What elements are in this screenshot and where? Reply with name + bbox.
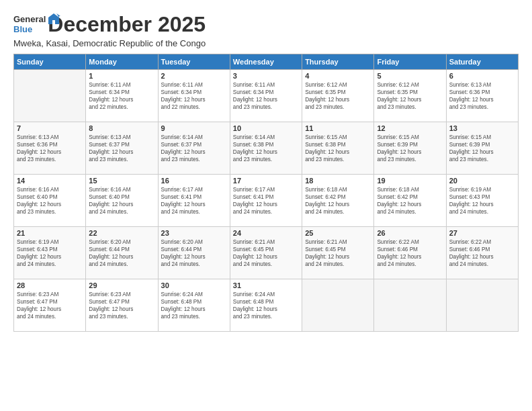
table-row: 15Sunrise: 6:16 AM Sunset: 6:40 PM Dayli… [86, 175, 158, 227]
col-thursday: Thursday [302, 54, 374, 70]
cell-content: Sunrise: 6:20 AM Sunset: 6:44 PM Dayligh… [89, 238, 154, 268]
table-row [374, 279, 446, 332]
cell-content: Sunrise: 6:13 AM Sunset: 6:36 PM Dayligh… [17, 134, 83, 163]
cell-content: Sunrise: 6:21 AM Sunset: 6:45 PM Dayligh… [305, 238, 371, 268]
day-number: 28 [17, 281, 83, 289]
top-area: General Blue December 2025 Mweka, Kasai,… [13, 12, 519, 48]
logo-general: General [13, 14, 46, 24]
table-row: 12Sunrise: 6:15 AM Sunset: 6:39 PM Dayli… [374, 122, 446, 175]
day-number: 31 [233, 281, 299, 289]
logo-icon [47, 12, 60, 26]
table-row: 17Sunrise: 6:17 AM Sunset: 6:41 PM Dayli… [230, 175, 302, 227]
cell-content: Sunrise: 6:11 AM Sunset: 6:34 PM Dayligh… [161, 81, 227, 111]
day-number: 26 [377, 229, 443, 237]
table-row [302, 279, 374, 332]
day-number: 8 [89, 124, 154, 132]
table-row: 19Sunrise: 6:18 AM Sunset: 6:42 PM Dayli… [374, 175, 446, 227]
table-row: 14Sunrise: 6:16 AM Sunset: 6:40 PM Dayli… [14, 175, 86, 227]
table-row: 7Sunrise: 6:13 AM Sunset: 6:36 PM Daylig… [14, 122, 86, 175]
day-number: 14 [17, 177, 83, 185]
cell-content: Sunrise: 6:22 AM Sunset: 6:46 PM Dayligh… [377, 238, 443, 268]
col-wednesday: Wednesday [230, 54, 302, 70]
cell-content: Sunrise: 6:12 AM Sunset: 6:35 PM Dayligh… [305, 81, 371, 111]
table-row [14, 70, 86, 122]
col-monday: Monday [86, 54, 158, 70]
table-row: 26Sunrise: 6:22 AM Sunset: 6:46 PM Dayli… [374, 227, 446, 279]
day-number: 10 [233, 124, 299, 132]
logo: General Blue [13, 12, 60, 34]
day-number: 24 [233, 229, 299, 237]
table-row: 3Sunrise: 6:11 AM Sunset: 6:34 PM Daylig… [230, 70, 302, 122]
table-row: 28Sunrise: 6:23 AM Sunset: 6:47 PM Dayli… [14, 279, 86, 332]
table-row [446, 279, 518, 332]
calendar-week-2: 7Sunrise: 6:13 AM Sunset: 6:36 PM Daylig… [14, 122, 519, 175]
table-row: 11Sunrise: 6:15 AM Sunset: 6:38 PM Dayli… [302, 122, 374, 175]
cell-content: Sunrise: 6:24 AM Sunset: 6:48 PM Dayligh… [161, 291, 227, 320]
cell-content: Sunrise: 6:17 AM Sunset: 6:41 PM Dayligh… [233, 186, 299, 216]
subtitle: Mweka, Kasai, Democratic Republic of the… [13, 38, 206, 48]
cell-content: Sunrise: 6:14 AM Sunset: 6:38 PM Dayligh… [233, 134, 299, 163]
calendar-week-1: 1Sunrise: 6:11 AM Sunset: 6:34 PM Daylig… [14, 70, 519, 122]
table-row: 9Sunrise: 6:14 AM Sunset: 6:37 PM Daylig… [158, 122, 230, 175]
table-row: 18Sunrise: 6:18 AM Sunset: 6:42 PM Dayli… [302, 175, 374, 227]
cell-content: Sunrise: 6:20 AM Sunset: 6:44 PM Dayligh… [161, 238, 227, 268]
day-number: 27 [449, 229, 515, 237]
table-row: 8Sunrise: 6:13 AM Sunset: 6:37 PM Daylig… [86, 122, 158, 175]
table-row: 27Sunrise: 6:22 AM Sunset: 6:46 PM Dayli… [446, 227, 518, 279]
cell-content: Sunrise: 6:18 AM Sunset: 6:42 PM Dayligh… [377, 186, 443, 216]
day-number: 11 [305, 124, 371, 132]
table-row: 2Sunrise: 6:11 AM Sunset: 6:34 PM Daylig… [158, 70, 230, 122]
table-row: 16Sunrise: 6:17 AM Sunset: 6:41 PM Dayli… [158, 175, 230, 227]
day-number: 17 [233, 177, 299, 185]
cell-content: Sunrise: 6:18 AM Sunset: 6:42 PM Dayligh… [305, 186, 371, 216]
day-number: 6 [449, 72, 515, 80]
logo-blue: Blue [13, 24, 32, 34]
col-sunday: Sunday [14, 54, 86, 70]
table-row: 24Sunrise: 6:21 AM Sunset: 6:45 PM Dayli… [230, 227, 302, 279]
day-number: 15 [89, 177, 154, 185]
cell-content: Sunrise: 6:15 AM Sunset: 6:39 PM Dayligh… [377, 134, 443, 163]
day-number: 30 [161, 281, 227, 289]
cell-content: Sunrise: 6:19 AM Sunset: 6:43 PM Dayligh… [449, 186, 515, 216]
day-number: 21 [17, 229, 83, 237]
table-row: 13Sunrise: 6:15 AM Sunset: 6:39 PM Dayli… [446, 122, 518, 175]
cell-content: Sunrise: 6:14 AM Sunset: 6:37 PM Dayligh… [161, 134, 227, 163]
col-saturday: Saturday [446, 54, 518, 70]
calendar-week-5: 28Sunrise: 6:23 AM Sunset: 6:47 PM Dayli… [14, 279, 519, 332]
cell-content: Sunrise: 6:17 AM Sunset: 6:41 PM Dayligh… [161, 186, 227, 216]
day-number: 23 [161, 229, 227, 237]
day-number: 5 [377, 72, 443, 80]
cell-content: Sunrise: 6:15 AM Sunset: 6:38 PM Dayligh… [305, 134, 371, 163]
col-tuesday: Tuesday [158, 54, 230, 70]
cell-content: Sunrise: 6:22 AM Sunset: 6:46 PM Dayligh… [449, 238, 515, 268]
table-row: 21Sunrise: 6:19 AM Sunset: 6:43 PM Dayli… [14, 227, 86, 279]
table-row: 23Sunrise: 6:20 AM Sunset: 6:44 PM Dayli… [158, 227, 230, 279]
day-number: 4 [305, 72, 371, 80]
col-friday: Friday [374, 54, 446, 70]
calendar-week-4: 21Sunrise: 6:19 AM Sunset: 6:43 PM Dayli… [14, 227, 519, 279]
table-row: 10Sunrise: 6:14 AM Sunset: 6:38 PM Dayli… [230, 122, 302, 175]
day-number: 12 [377, 124, 443, 132]
cell-content: Sunrise: 6:15 AM Sunset: 6:39 PM Dayligh… [449, 134, 515, 163]
calendar-page: General Blue December 2025 Mweka, Kasai,… [0, 0, 532, 411]
table-row: 6Sunrise: 6:13 AM Sunset: 6:36 PM Daylig… [446, 70, 518, 122]
cell-content: Sunrise: 6:13 AM Sunset: 6:36 PM Dayligh… [449, 81, 515, 111]
table-row: 25Sunrise: 6:21 AM Sunset: 6:45 PM Dayli… [302, 227, 374, 279]
table-row: 20Sunrise: 6:19 AM Sunset: 6:43 PM Dayli… [446, 175, 518, 227]
day-number: 1 [89, 72, 154, 80]
day-number: 25 [305, 229, 371, 237]
cell-content: Sunrise: 6:11 AM Sunset: 6:34 PM Dayligh… [233, 81, 299, 111]
table-row: 22Sunrise: 6:20 AM Sunset: 6:44 PM Dayli… [86, 227, 158, 279]
cell-content: Sunrise: 6:12 AM Sunset: 6:35 PM Dayligh… [377, 81, 443, 111]
day-number: 16 [161, 177, 227, 185]
day-number: 29 [89, 281, 154, 289]
calendar-week-3: 14Sunrise: 6:16 AM Sunset: 6:40 PM Dayli… [14, 175, 519, 227]
day-number: 2 [161, 72, 227, 80]
table-row: 4Sunrise: 6:12 AM Sunset: 6:35 PM Daylig… [302, 70, 374, 122]
cell-content: Sunrise: 6:19 AM Sunset: 6:43 PM Dayligh… [17, 238, 83, 268]
day-number: 3 [233, 72, 299, 80]
cell-content: Sunrise: 6:23 AM Sunset: 6:47 PM Dayligh… [17, 291, 83, 320]
cell-content: Sunrise: 6:16 AM Sunset: 6:40 PM Dayligh… [17, 186, 83, 216]
day-number: 22 [89, 229, 154, 237]
day-number: 18 [305, 177, 371, 185]
